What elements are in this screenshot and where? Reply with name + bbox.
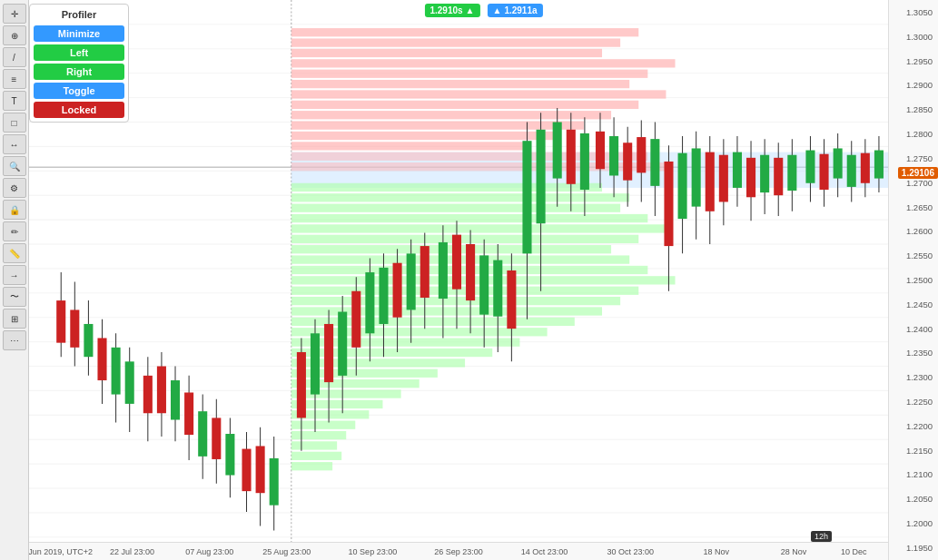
svg-rect-117 [407, 253, 416, 309]
fib-tool[interactable]: ≡ [3, 69, 26, 89]
measure-tool[interactable]: ↔ [3, 134, 26, 154]
price-15: 1.2350 [891, 348, 936, 358]
svg-rect-83 [157, 367, 166, 414]
time-label-1: 30 Jun 2019, UTC+2 [29, 547, 93, 556]
svg-rect-103 [311, 333, 320, 394]
svg-rect-145 [609, 136, 618, 175]
price-12: 1.2500 [891, 275, 936, 285]
wave-tool[interactable]: 〜 [3, 287, 26, 307]
svg-rect-64 [291, 431, 346, 439]
svg-rect-51 [291, 297, 620, 305]
svg-rect-91 [212, 418, 221, 459]
svg-rect-107 [338, 312, 347, 376]
svg-rect-37 [291, 142, 529, 150]
time-label-6: 26 Sep 23:00 [434, 547, 483, 556]
left-button[interactable]: Left [34, 44, 124, 61]
svg-rect-56 [291, 349, 492, 357]
price-9: 1.2650 [891, 202, 936, 212]
svg-rect-163 [733, 152, 742, 188]
shape-tool[interactable]: □ [3, 113, 26, 133]
svg-rect-111 [365, 272, 374, 333]
ask-value: 1.2911a [504, 5, 537, 15]
pencil-tool[interactable]: ✏ [3, 221, 26, 241]
svg-rect-109 [351, 291, 360, 348]
minimize-button[interactable]: Minimize [34, 25, 124, 42]
up-arrow-icon: ▲ [466, 5, 475, 15]
price-5: 1.2850 [891, 104, 936, 114]
svg-rect-177 [834, 148, 843, 178]
svg-rect-123 [452, 235, 461, 290]
svg-rect-27 [291, 38, 620, 46]
svg-rect-125 [466, 244, 475, 300]
svg-rect-137 [553, 123, 562, 179]
toggle-button[interactable]: Toggle [34, 83, 124, 99]
price-16: 1.2300 [891, 372, 936, 382]
svg-rect-45 [291, 235, 638, 243]
lock-tool[interactable]: 🔒 [3, 200, 26, 220]
svg-rect-81 [143, 376, 153, 413]
svg-rect-67 [291, 462, 332, 470]
ruler-tool[interactable]: 📏 [3, 243, 26, 263]
price-22: 1.2000 [891, 518, 936, 528]
locked-button[interactable]: Locked [34, 102, 124, 118]
svg-rect-175 [820, 154, 829, 190]
price-8: 1.2700 [891, 178, 936, 188]
svg-rect-97 [256, 446, 265, 493]
svg-rect-135 [537, 130, 546, 223]
price-2: 1.3000 [891, 32, 936, 42]
svg-rect-171 [787, 155, 796, 191]
svg-rect-119 [420, 246, 430, 298]
time-label-3: 07 Aug 23:00 [185, 547, 233, 556]
left-toolbar: ✛ ⊕ / ≡ T □ ↔ 🔍 ⚙ 🔒 ✏ 📏 → 〜 ⊞ ⋯ [0, 0, 29, 560]
svg-rect-183 [874, 151, 884, 179]
cursor-tool[interactable]: ✛ [3, 4, 26, 24]
svg-rect-131 [507, 270, 516, 329]
time-label-11: 10 Dec [841, 547, 867, 556]
price-19: 1.2150 [891, 446, 936, 456]
svg-rect-127 [479, 255, 489, 314]
crosshair-tool[interactable]: ⊕ [3, 25, 26, 45]
price-20: 1.2100 [891, 469, 936, 479]
svg-rect-147 [623, 142, 632, 180]
svg-rect-149 [637, 137, 646, 172]
svg-rect-46 [291, 245, 611, 253]
price-13: 1.2450 [891, 300, 936, 309]
svg-rect-34 [291, 111, 611, 119]
ask-badge: ▲ 1.2911a [488, 4, 543, 17]
svg-rect-141 [580, 133, 589, 190]
trend-tool[interactable]: / [3, 47, 26, 67]
svg-rect-99 [270, 458, 279, 506]
chart-svg[interactable] [29, 0, 888, 542]
svg-rect-79 [125, 361, 134, 404]
svg-rect-32 [291, 90, 666, 98]
pattern-tool[interactable]: ⊞ [3, 309, 26, 329]
bid-badge: 1.2910s ▲ [424, 4, 479, 17]
svg-rect-28 [291, 49, 602, 57]
text-tool[interactable]: T [3, 91, 26, 111]
current-price-value: 1.29106 [902, 168, 934, 178]
time-label-10: 28 Nov [781, 547, 807, 556]
arrow-tool[interactable]: → [3, 265, 26, 285]
svg-rect-139 [567, 130, 576, 184]
price-6: 1.2800 [891, 129, 936, 139]
svg-rect-33 [291, 101, 638, 109]
svg-rect-75 [97, 338, 106, 380]
svg-rect-60 [291, 389, 401, 398]
svg-rect-121 [439, 242, 448, 299]
time-label-8: 30 Oct 23:00 [607, 547, 654, 556]
svg-rect-89 [198, 411, 207, 457]
svg-rect-53 [291, 318, 575, 326]
profiler-title: Profiler [34, 8, 124, 23]
time-label-9: 18 Nov [704, 547, 730, 556]
price-21: 1.2050 [891, 494, 936, 504]
svg-rect-181 [861, 153, 870, 183]
price-18: 1.2200 [891, 421, 936, 431]
magnet-tool[interactable]: ⚙ [3, 178, 26, 198]
svg-rect-169 [774, 158, 783, 195]
right-button[interactable]: Right [34, 64, 124, 80]
more-tool[interactable]: ⋯ [3, 330, 26, 350]
zoom-tool[interactable]: 🔍 [3, 156, 26, 176]
svg-rect-129 [493, 260, 502, 317]
svg-rect-43 [291, 214, 647, 222]
svg-rect-151 [650, 139, 659, 186]
